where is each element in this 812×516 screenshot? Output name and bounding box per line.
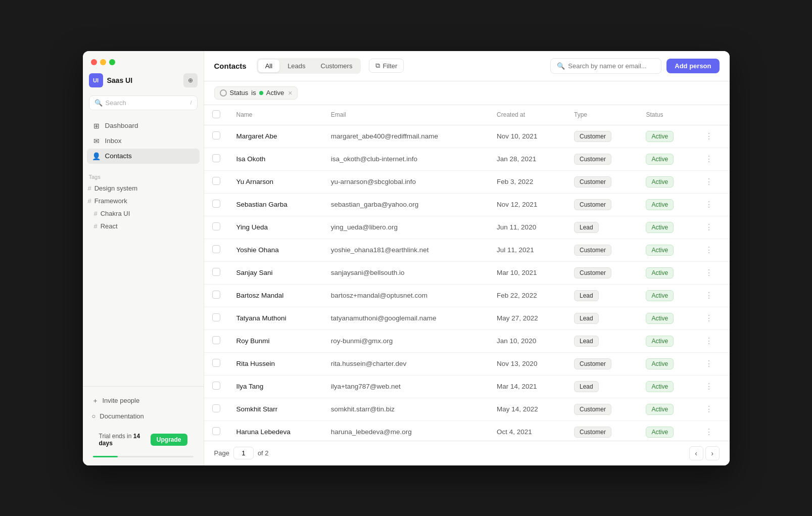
filter-icon: ⧉ [375, 62, 380, 70]
row-checkbox[interactable] [212, 291, 220, 299]
row-checkbox[interactable] [212, 245, 220, 253]
status-badge: Active [646, 222, 674, 233]
row-menu-icon[interactable]: ⋮ [705, 359, 713, 368]
sidebar-item-dashboard[interactable]: ⊞ Dashboard [87, 118, 200, 133]
row-menu-icon[interactable]: ⋮ [705, 428, 713, 436]
tag-design-system[interactable]: # Design system [83, 182, 204, 195]
cell-email: bartosz+mandal@optusnet.com [323, 284, 489, 307]
row-checkbox[interactable] [212, 154, 220, 162]
col-actions [697, 105, 730, 125]
row-menu-icon[interactable]: ⋮ [705, 200, 713, 209]
sidebar-bottom: ＋ Invite people ○ Documentation Trial en… [83, 386, 204, 465]
brand-menu-icon[interactable]: ⊕ [183, 73, 198, 87]
table-row: Ying Ueda ying_ueda@libero.org Jun 11, 2… [204, 216, 730, 239]
close-button[interactable] [91, 59, 97, 65]
row-checkbox[interactable] [212, 336, 220, 344]
row-menu-icon[interactable]: ⋮ [705, 155, 713, 163]
cell-checkbox [204, 261, 228, 284]
row-checkbox[interactable] [212, 313, 220, 321]
cell-actions: ⋮ [697, 398, 730, 420]
documentation-item[interactable]: ○ Documentation [87, 409, 200, 424]
row-checkbox[interactable] [212, 427, 220, 435]
row-menu-icon[interactable]: ⋮ [705, 382, 713, 391]
cell-actions: ⋮ [697, 330, 730, 352]
cell-actions: ⋮ [697, 239, 730, 261]
table-row: Somkhit Starr somkhit.starr@tin.biz May … [204, 398, 730, 420]
tab-all[interactable]: All [258, 60, 279, 72]
row-checkbox[interactable] [212, 222, 220, 230]
invite-people-item[interactable]: ＋ Invite people [87, 393, 200, 409]
search-input[interactable] [568, 62, 655, 70]
cell-status: Active [638, 193, 696, 216]
tab-customers[interactable]: Customers [314, 60, 360, 72]
status-badge: Active [646, 176, 674, 187]
brand-area[interactable]: UI Saas UI ⊕ [83, 69, 204, 91]
prev-page-button[interactable]: ‹ [689, 446, 703, 460]
row-menu-icon[interactable]: ⋮ [705, 177, 713, 186]
filter-button[interactable]: ⧉ Filter [369, 59, 404, 73]
search-icon: 🔍 [557, 62, 565, 70]
row-checkbox[interactable] [212, 177, 220, 185]
cell-email: tatyanamuthoni@googlemail.name [323, 307, 489, 330]
sidebar-item-inbox[interactable]: ✉ Inbox [87, 133, 200, 149]
sidebar-item-contacts[interactable]: 👤 Contacts [87, 149, 200, 164]
row-checkbox[interactable] [212, 131, 220, 139]
cell-created-at: Nov 12, 2021 [489, 193, 566, 216]
cell-name: Ying Ueda [228, 216, 323, 239]
cell-status: Active [638, 170, 696, 193]
next-page-button[interactable]: › [705, 446, 720, 460]
type-badge: Customer [574, 199, 611, 210]
cell-created-at: Mar 14, 2021 [489, 375, 566, 398]
contacts-icon: 👤 [92, 152, 101, 160]
row-checkbox[interactable] [212, 404, 220, 412]
minimize-button[interactable] [100, 59, 106, 65]
upgrade-button[interactable]: Upgrade [151, 434, 187, 446]
filter-status-tag: Status is Active × [214, 86, 298, 100]
filter-close-icon[interactable]: × [288, 89, 292, 97]
row-menu-icon[interactable]: ⋮ [705, 132, 713, 140]
progress-fill [93, 456, 118, 457]
inbox-icon: ✉ [92, 137, 101, 145]
row-menu-icon[interactable]: ⋮ [705, 268, 713, 277]
cell-name: Margaret Abe [228, 125, 323, 148]
titlebar [83, 51, 204, 69]
maximize-button[interactable] [109, 59, 115, 65]
table-row: Ilya Tang ilya+tang787@web.net Mar 14, 2… [204, 375, 730, 398]
cell-checkbox [204, 125, 228, 148]
status-badge: Active [646, 245, 674, 256]
row-menu-icon[interactable]: ⋮ [705, 223, 713, 231]
row-menu-icon[interactable]: ⋮ [705, 337, 713, 345]
cell-email: sanjaysani@bellsouth.io [323, 261, 489, 284]
sidebar-search[interactable]: 🔍 Search / [89, 96, 198, 110]
row-checkbox[interactable] [212, 268, 220, 276]
cell-checkbox [204, 375, 228, 398]
page-input[interactable] [233, 447, 254, 459]
docs-icon: ○ [92, 412, 96, 420]
tag-chakra-ui[interactable]: # Chakra UI [83, 207, 204, 220]
cell-status: Active [638, 420, 696, 441]
sidebar-item-label: Dashboard [105, 122, 138, 129]
tag-framework[interactable]: # Framework [83, 195, 204, 207]
type-badge: Customer [574, 245, 611, 256]
row-menu-icon[interactable]: ⋮ [705, 314, 713, 322]
row-menu-icon[interactable]: ⋮ [705, 246, 713, 254]
row-checkbox[interactable] [212, 382, 220, 390]
cell-type: Customer [566, 398, 638, 420]
select-all-checkbox[interactable] [212, 110, 220, 118]
cell-checkbox [204, 398, 228, 420]
col-created-at: Created at [489, 105, 566, 125]
cell-status: Active [638, 216, 696, 239]
row-checkbox[interactable] [212, 200, 220, 208]
tag-react[interactable]: # React [83, 220, 204, 232]
page-label: Page [214, 449, 229, 457]
tab-leads[interactable]: Leads [280, 60, 312, 72]
row-menu-icon[interactable]: ⋮ [705, 291, 713, 300]
add-person-button[interactable]: Add person [666, 59, 719, 73]
traffic-lights [91, 59, 115, 65]
row-menu-icon[interactable]: ⋮ [705, 405, 713, 413]
search-box[interactable]: 🔍 [550, 58, 661, 74]
sidebar-item-label: Contacts [105, 152, 132, 160]
table-body: Margaret Abe margaret_abe400@rediffmail.… [204, 125, 730, 441]
cell-created-at: Oct 4, 2021 [489, 420, 566, 441]
row-checkbox[interactable] [212, 359, 220, 367]
